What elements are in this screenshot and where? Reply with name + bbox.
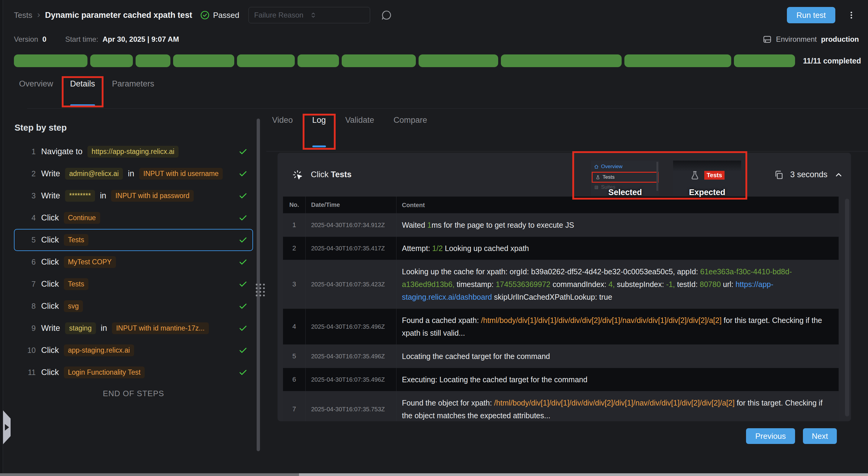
step-row-8[interactable]: 8Clicksvg — [14, 295, 253, 317]
more-options-button[interactable] — [847, 10, 856, 20]
tab-label: Compare — [394, 115, 427, 125]
step-title-action: Click — [311, 170, 329, 179]
run-test-button[interactable]: Run test — [787, 7, 835, 23]
step-action: Click — [41, 257, 59, 267]
log-tab-compare[interactable]: Compare — [392, 115, 429, 147]
step-number: 6 — [26, 258, 36, 266]
log-text-plain: ms for the page to get ready to execute … — [432, 221, 574, 229]
expected-screenshot-label: Expected — [673, 188, 741, 197]
environment-label: Environment — [776, 35, 817, 43]
start-time-label: Start time: — [65, 35, 98, 43]
selected-screenshot[interactable]: Overview Tests Suites Selected — [591, 161, 659, 195]
progress-segment — [734, 55, 795, 67]
log-text-plain: testId: — [675, 280, 700, 288]
step-number: 1 — [26, 147, 36, 156]
tab-label: Validate — [345, 115, 374, 125]
step-row-4[interactable]: 4ClickContinue — [14, 207, 253, 229]
mini-nav-label: Tests — [602, 174, 615, 180]
step-number: 7 — [26, 280, 36, 288]
log-row-6: 62025-04-30T16:07:35.496ZExecuting: Loca… — [283, 368, 839, 391]
collapse-chevron-icon[interactable] — [834, 170, 843, 179]
step-title: Click Tests — [311, 170, 352, 179]
active-tab-underline — [70, 104, 95, 106]
log-text-green: 1745536369972 — [496, 280, 551, 288]
log-tab-log[interactable]: Log — [311, 115, 328, 147]
step-row-7[interactable]: 7ClickTests — [14, 273, 253, 295]
step-row-9[interactable]: 9WritestaginginINPUT with id mantine-17z… — [14, 317, 253, 339]
log-tab-validate[interactable]: Validate — [343, 115, 376, 147]
next-button[interactable]: Next — [803, 428, 837, 444]
log-text-plain: Locating the cached target for the comma… — [402, 352, 550, 361]
log-tabs-divider — [266, 151, 868, 151]
home-icon — [594, 165, 599, 169]
duration-group: 3 seconds — [774, 153, 843, 197]
log-row-2: 22025-04-30T16:07:35.417ZAttempt: 1/2 Lo… — [283, 237, 839, 260]
horizontal-scrollbar-thumb[interactable] — [299, 473, 868, 476]
step-row-1[interactable]: 1Navigate tohttps://app-staging.relicx.a… — [14, 141, 253, 163]
step-row-2[interactable]: 2Writeadmin@relicx.aiinINPUT with id use… — [14, 163, 253, 185]
version-value: 0 — [42, 35, 46, 43]
comment-icon[interactable] — [381, 10, 392, 21]
log-card: Click Tests 3 seconds No. Date/Time Cont… — [278, 153, 851, 421]
version-label: Version — [14, 35, 38, 43]
log-row-time: 2025-04-30T16:07:35.753Z — [305, 391, 396, 421]
progress-row: 11/11 completed — [14, 55, 861, 67]
step-row-10[interactable]: 10Clickapp-staging.relicx.ai — [14, 339, 253, 362]
log-text-plain: substepIndex: — [615, 280, 666, 288]
progress-segment — [501, 55, 622, 67]
log-table-header: No. Date/Time Content — [283, 197, 839, 213]
step-row-11[interactable]: 11ClickLogin Functionality Test — [14, 362, 253, 383]
log-card-header: Click Tests 3 seconds — [278, 153, 851, 197]
step-action: Click — [41, 213, 59, 223]
previous-button[interactable]: Previous — [746, 428, 795, 444]
step-action: Click — [41, 279, 59, 289]
step-action: Write — [41, 169, 60, 178]
step-row-6[interactable]: 6ClickMyTest COPY — [14, 251, 253, 273]
select-chevrons-icon — [309, 11, 364, 19]
page-title: Dynamic parameter cached xpath test — [45, 10, 192, 20]
step-action: Click — [41, 302, 59, 311]
log-row-time: 2025-04-30T16:07:35.417Z — [305, 237, 396, 260]
step-action: Write — [41, 324, 60, 333]
step-row-5[interactable]: 5ClickTests — [14, 229, 253, 251]
log-row-time: 2025-04-30T16:07:35.496Z — [305, 368, 396, 391]
tab-parameters[interactable]: Parameters — [110, 79, 156, 106]
log-row-content: Executing: Locating the cached target fo… — [396, 368, 839, 391]
copy-icon[interactable] — [774, 170, 783, 180]
panel-resize-handle[interactable] — [256, 284, 265, 296]
log-row-content: Found the object for xpath: /html/body/d… — [396, 391, 839, 421]
caret-right-icon — [5, 424, 9, 431]
log-text-green: -1, — [666, 280, 675, 288]
progress-segment — [173, 55, 234, 67]
log-row-1: 12025-04-30T16:07:34.912ZWaited 1ms for … — [283, 213, 839, 237]
progress-segment — [90, 55, 133, 67]
top-bar: Tests › Dynamic parameter cached xpath t… — [14, 0, 858, 30]
step-action: Navigate to — [41, 147, 83, 156]
steps-list: 1Navigate tohttps://app-staging.relicx.a… — [14, 141, 253, 383]
tab-overview[interactable]: Overview — [17, 79, 55, 106]
step-number: 8 — [26, 302, 36, 311]
horizontal-scrollbar-track[interactable] — [0, 473, 299, 476]
selected-screenshot-label: Selected — [591, 188, 659, 197]
log-scrollbar[interactable] — [845, 199, 849, 416]
step-success-check-icon — [239, 346, 248, 355]
log-table: No. Date/Time Content 12025-04-30T16:07:… — [283, 197, 839, 421]
log-row-content: Looking up the cache for xpath: orgId: b… — [396, 260, 839, 308]
step-number: 11 — [26, 368, 36, 377]
left-rail — [0, 0, 3, 476]
step-target-badge: INPUT with id password — [111, 190, 194, 202]
log-row-number: 3 — [283, 260, 305, 308]
log-text-plain: Found a cached xpath: — [402, 316, 481, 325]
breadcrumb-tests[interactable]: Tests — [14, 10, 32, 20]
tab-details[interactable]: Details — [68, 79, 97, 106]
expected-screenshot[interactable]: Tests Expected — [673, 161, 741, 195]
expand-panel-handle[interactable] — [3, 410, 10, 444]
log-row-content: Locating the cached target for the comma… — [396, 345, 839, 368]
step-row-3[interactable]: 3Write********inINPUT with id password — [14, 185, 253, 207]
step-success-check-icon — [239, 368, 248, 377]
step-action: Click — [41, 368, 59, 377]
log-row-4: 42025-04-30T16:07:35.496ZFound a cached … — [283, 308, 839, 344]
meta-row: Version 0 Start time: Apr 30, 2025 | 9:0… — [14, 31, 859, 48]
failure-reason-select[interactable]: Failure Reason — [248, 7, 370, 23]
log-tab-video[interactable]: Video — [270, 115, 295, 147]
